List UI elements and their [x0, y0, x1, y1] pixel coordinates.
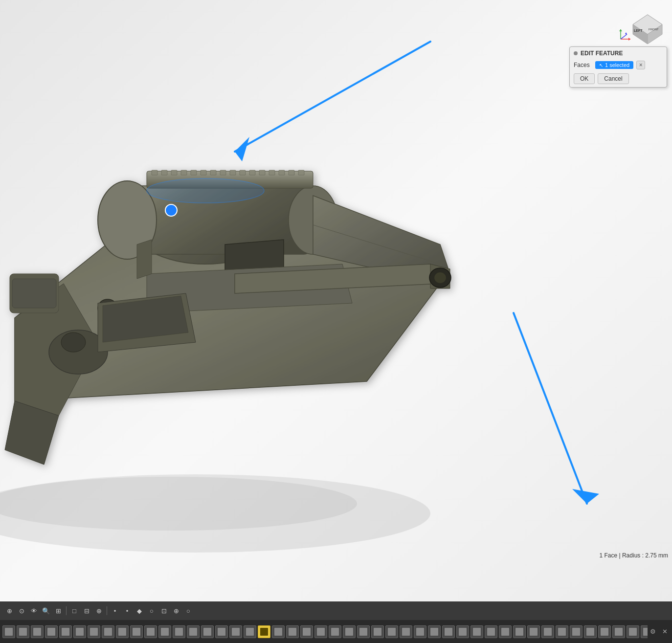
- selected-badge[interactable]: ↖ 1 selected: [595, 61, 633, 69]
- strip-item-44[interactable]: [627, 625, 639, 638]
- strip-item-22[interactable]: [314, 625, 327, 638]
- svg-rect-13: [152, 170, 157, 175]
- strip-close-icon[interactable]: ✕: [659, 626, 670, 637]
- svg-rect-25: [269, 170, 275, 175]
- toolbar-pan-icon[interactable]: ⊕: [4, 605, 15, 616]
- svg-rect-18: [201, 170, 206, 175]
- strip-item-30[interactable]: [428, 625, 441, 638]
- strip-item-20[interactable]: [286, 625, 299, 638]
- strip-item-0[interactable]: [2, 625, 15, 638]
- bottom-strip: ⚙ ✕: [0, 620, 672, 643]
- edit-feature-title: EDIT FEATURE: [574, 50, 663, 57]
- strip-item-1[interactable]: [17, 625, 29, 638]
- strip-item-4[interactable]: [59, 625, 72, 638]
- strip-item-28[interactable]: [400, 625, 412, 638]
- nav-cube[interactable]: LEFT FRONT: [618, 5, 667, 44]
- toolbar-zoomfit-icon[interactable]: ⊞: [53, 605, 64, 616]
- cancel-button[interactable]: Cancel: [598, 73, 628, 84]
- toolbar-section-icon[interactable]: ⊡: [158, 605, 169, 616]
- status-text: 1 Face | Radius : 2.75 mm: [599, 552, 668, 559]
- strip-item-38[interactable]: [541, 625, 554, 638]
- svg-rect-23: [249, 170, 255, 175]
- svg-rect-15: [171, 170, 177, 175]
- strip-item-31[interactable]: [442, 625, 455, 638]
- toolbar-appearance-icon[interactable]: ○: [146, 605, 157, 616]
- svg-marker-61: [625, 32, 627, 34]
- svg-rect-20: [220, 170, 226, 175]
- toolbar-point2-icon[interactable]: •: [122, 605, 133, 616]
- strip-item-41[interactable]: [584, 625, 597, 638]
- strip-item-39[interactable]: [556, 625, 568, 638]
- toolbar-orbit-icon[interactable]: ⊙: [16, 605, 27, 616]
- svg-line-60: [621, 34, 627, 39]
- svg-marker-59: [619, 29, 622, 31]
- toolbar-snap-icon[interactable]: ⊕: [93, 605, 104, 616]
- svg-rect-27: [289, 170, 294, 175]
- strip-item-19[interactable]: [272, 625, 285, 638]
- strip-item-10[interactable]: [144, 625, 157, 638]
- strip-item-40[interactable]: [570, 625, 582, 638]
- strip-item-12[interactable]: [173, 625, 185, 638]
- svg-rect-21: [230, 170, 236, 175]
- strip-item-3[interactable]: [45, 625, 58, 638]
- strip-item-36[interactable]: [513, 625, 526, 638]
- toolbar-point-icon[interactable]: •: [110, 605, 120, 616]
- strip-item-32[interactable]: [456, 625, 469, 638]
- toolbar-zoom-icon[interactable]: 🔍: [41, 605, 51, 616]
- svg-text:LEFT: LEFT: [634, 29, 643, 32]
- svg-point-2: [0, 477, 357, 531]
- strip-settings-icon[interactable]: ⚙: [648, 626, 658, 637]
- svg-rect-24: [259, 170, 265, 175]
- status-dot: [574, 51, 578, 55]
- toolbar-material-icon[interactable]: ◆: [134, 605, 145, 616]
- svg-rect-28: [298, 170, 304, 175]
- svg-rect-22: [240, 170, 246, 175]
- strip-item-21[interactable]: [300, 625, 313, 638]
- strip-item-37[interactable]: [527, 625, 540, 638]
- toolbar-look-icon[interactable]: 👁: [28, 605, 39, 616]
- strip-item-14[interactable]: [201, 625, 214, 638]
- svg-rect-16: [181, 170, 187, 175]
- clear-selection-button[interactable]: ×: [636, 61, 645, 69]
- strip-item-8[interactable]: [116, 625, 129, 638]
- strip-item-29[interactable]: [414, 625, 426, 638]
- selected-count: 1 selected: [605, 62, 629, 68]
- svg-rect-17: [191, 170, 197, 175]
- toolbar-measure-icon[interactable]: ○: [183, 605, 194, 616]
- faces-label: Faces: [574, 62, 592, 68]
- strip-item-5[interactable]: [73, 625, 86, 638]
- strip-item-16[interactable]: [229, 625, 242, 638]
- strip-item-9[interactable]: [130, 625, 143, 638]
- toolbar-combine-icon[interactable]: ⊕: [171, 605, 181, 616]
- cursor-icon: ↖: [599, 63, 603, 68]
- strip-item-11[interactable]: [158, 625, 171, 638]
- strip-item-27[interactable]: [385, 625, 398, 638]
- strip-item-33[interactable]: [470, 625, 483, 638]
- ok-button[interactable]: OK: [574, 73, 595, 84]
- strip-item-25[interactable]: [357, 625, 370, 638]
- toolbar-display-icon[interactable]: □: [69, 605, 80, 616]
- status-bar: 1 Face | Radius : 2.75 mm: [595, 551, 672, 560]
- strip-item-18[interactable]: [258, 625, 270, 638]
- strip-item-42[interactable]: [598, 625, 611, 638]
- strip-item-26[interactable]: [371, 625, 384, 638]
- strip-item-45[interactable]: [641, 625, 648, 638]
- 3d-viewport[interactable]: LEFT FRONT EDIT FEATURE Faces ↖ 1 select…: [0, 0, 672, 601]
- strip-item-34[interactable]: [485, 625, 497, 638]
- strip-item-17[interactable]: [244, 625, 256, 638]
- strip-item-7[interactable]: [102, 625, 114, 638]
- svg-point-43: [434, 272, 446, 283]
- strip-item-2[interactable]: [31, 625, 44, 638]
- strip-item-6[interactable]: [88, 625, 100, 638]
- edit-feature-panel: EDIT FEATURE Faces ↖ 1 selected × OK Can…: [569, 46, 667, 88]
- strip-item-13[interactable]: [187, 625, 200, 638]
- svg-rect-14: [161, 170, 167, 175]
- strip-item-24[interactable]: [343, 625, 356, 638]
- strip-item-43[interactable]: [612, 625, 625, 638]
- strip-item-23[interactable]: [329, 625, 341, 638]
- svg-point-45: [165, 204, 177, 216]
- svg-marker-33: [137, 240, 152, 279]
- toolbar-grid-icon[interactable]: ⊟: [81, 605, 92, 616]
- strip-item-15[interactable]: [215, 625, 228, 638]
- strip-item-35[interactable]: [499, 625, 512, 638]
